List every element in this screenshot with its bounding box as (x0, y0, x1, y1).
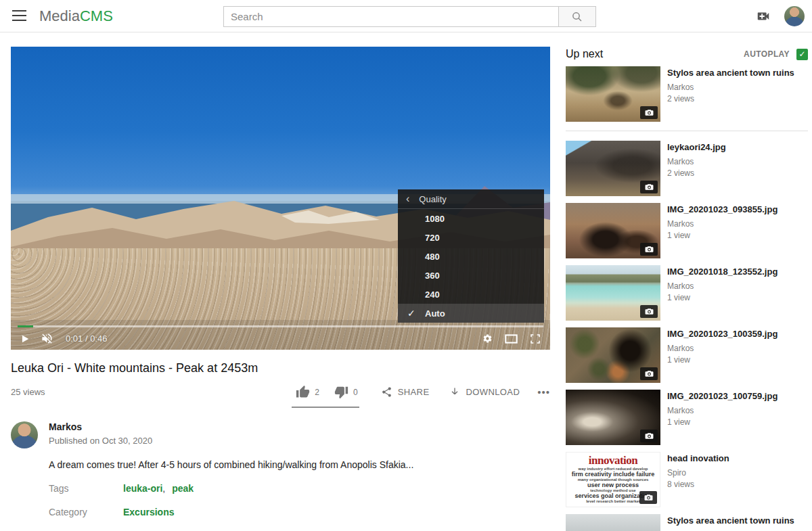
item-author: Markos (667, 281, 777, 291)
video-thumbnail-head-inovation[interactable]: innovation way industry effort reduced d… (566, 452, 660, 507)
logo-cms: CMS (80, 7, 113, 24)
share-icon (381, 386, 392, 398)
camera-badge (640, 106, 658, 119)
action-bar: 2 0 SHARE DOWNLOAD ••• (296, 385, 550, 399)
user-avatar[interactable] (784, 6, 805, 26)
camera-badge (640, 243, 658, 256)
quality-menu-title: Quality (419, 194, 446, 204)
menu-icon[interactable] (12, 10, 26, 22)
item-views: 1 view (667, 417, 777, 427)
logo[interactable]: MediaCMS (39, 7, 113, 25)
up-next-item[interactable]: Stylos area ancient town ruins Markos 2 … (566, 66, 808, 122)
item-title[interactable]: head inovation (667, 453, 729, 464)
up-next-item[interactable]: IMG_20201023_100359.jpg Markos 1 view (566, 327, 808, 383)
category-row: Category Excursions (49, 507, 550, 517)
thumb-up-icon (296, 385, 310, 399)
share-button[interactable]: SHARE (381, 386, 430, 398)
view-count: 25 views (11, 387, 45, 397)
item-author: Markos (667, 83, 794, 92)
video-thumbnail-img-100359[interactable] (566, 327, 660, 383)
up-next-item[interactable]: Stylos area ancient town ruins (566, 514, 808, 531)
item-views: 1 view (667, 293, 777, 302)
quality-option-240[interactable]: 240 (398, 285, 544, 304)
author-name[interactable]: Markos (49, 421, 152, 432)
video-player[interactable]: ‹ Quality 1080 720 480 360 240 ✓ Auto (11, 47, 550, 350)
camera-icon (645, 109, 654, 116)
video-thumbnail-img-093855[interactable] (566, 203, 660, 258)
tags-label: Tags (49, 483, 123, 494)
video-thumbnail-stylos-ruins[interactable] (566, 66, 660, 122)
video-thumbnail-img-123552[interactable] (566, 265, 660, 321)
upload-media-icon[interactable] (755, 9, 771, 24)
camera-icon (645, 246, 654, 253)
item-title[interactable]: IMG_20201023_093855.jpg (667, 204, 777, 215)
category-label: Category (49, 507, 123, 517)
item-views: 2 views (667, 168, 726, 178)
up-next-item[interactable]: IMG_20201023_100759.jpg Markos 1 view (566, 390, 808, 445)
author-avatar[interactable] (11, 421, 38, 448)
mute-button[interactable] (41, 332, 53, 345)
time-display: 0:01 / 0:46 (66, 333, 107, 344)
quality-option-auto[interactable]: ✓ Auto (398, 304, 544, 323)
search-button[interactable] (558, 6, 596, 27)
up-next-item[interactable]: leykaori24.jpg Markos 2 views (566, 141, 808, 196)
item-title[interactable]: leykaori24.jpg (667, 141, 726, 153)
like-button[interactable]: 2 (296, 385, 319, 399)
video-thumbnail-leykaori24[interactable] (566, 141, 660, 196)
wordcloud-line: firm creativity include failure (566, 471, 660, 477)
published-date: Published on Oct 30, 2020 (49, 436, 152, 446)
category-link-excursions[interactable]: Excursions (123, 507, 174, 517)
dislike-button[interactable]: 0 (334, 385, 358, 399)
item-title[interactable]: IMG_20201023_100359.jpg (667, 328, 777, 340)
wordcloud-line: user new process (566, 482, 660, 488)
quality-option-720[interactable]: 720 (398, 228, 544, 247)
sidebar-header: Up next AUTOPLAY ✓ (566, 48, 808, 60)
main-column: ‹ Quality 1080 720 480 360 240 ✓ Auto (11, 47, 550, 531)
quality-option-480[interactable]: 480 (398, 247, 544, 266)
item-author: Markos (667, 157, 726, 166)
video-thumbnail-img-100759[interactable] (566, 390, 660, 445)
up-next-title: Up next (566, 48, 603, 60)
camera-badge (640, 430, 658, 442)
item-views: 2 views (667, 94, 794, 103)
item-title[interactable]: IMG_20201023_100759.jpg (667, 390, 777, 402)
item-views: 1 view (667, 231, 777, 240)
tag-link-peak[interactable]: peak (172, 483, 194, 494)
settings-button[interactable] (482, 333, 493, 344)
item-views: 1 view (667, 355, 777, 365)
up-next-item[interactable]: IMG_20201018_123552.jpg Markos 1 view (566, 265, 808, 321)
quality-option-360[interactable]: 360 (398, 266, 544, 285)
item-author: Markos (667, 344, 777, 353)
tag-link-leuka-ori[interactable]: leuka-ori (123, 483, 162, 494)
download-icon (449, 386, 460, 398)
camera-badge (640, 181, 658, 193)
video-thumbnail-stylos-ruins-2[interactable] (566, 514, 660, 531)
top-bar: MediaCMS (0, 0, 812, 32)
item-title[interactable]: Stylos area ancient town ruins (667, 67, 794, 78)
autoplay-label: AUTOPLAY (744, 49, 790, 59)
play-button[interactable] (20, 334, 30, 344)
search-input[interactable] (223, 6, 558, 27)
tag-separator: , (162, 483, 165, 494)
theater-icon (505, 334, 518, 344)
item-title[interactable]: IMG_20201018_123552.jpg (667, 266, 777, 277)
download-button[interactable]: DOWNLOAD (449, 386, 520, 398)
item-title[interactable]: Stylos area ancient town ruins (667, 515, 794, 526)
fullscreen-button[interactable] (530, 333, 541, 344)
quality-menu: ‹ Quality 1080 720 480 360 240 ✓ Auto (398, 189, 544, 323)
up-next-item[interactable]: innovation way industry effort reduced d… (566, 452, 808, 507)
like-dislike-group: 2 0 (296, 385, 357, 399)
fullscreen-icon (530, 333, 541, 344)
search-bar (223, 6, 596, 27)
quality-menu-back[interactable]: ‹ Quality (398, 189, 544, 209)
theater-mode-button[interactable] (505, 334, 518, 344)
autoplay-control: AUTOPLAY ✓ (744, 49, 808, 60)
camera-icon (645, 183, 654, 191)
tags-row: Tags leuka-ori, peak (49, 483, 550, 494)
check-icon: ✓ (798, 49, 805, 59)
up-next-item[interactable]: IMG_20201023_093855.jpg Markos 1 view (566, 203, 808, 258)
autoplay-checkbox[interactable]: ✓ (796, 49, 808, 60)
more-actions-button[interactable]: ••• (537, 386, 550, 398)
share-label: SHARE (398, 387, 430, 397)
quality-option-1080[interactable]: 1080 (398, 209, 544, 228)
